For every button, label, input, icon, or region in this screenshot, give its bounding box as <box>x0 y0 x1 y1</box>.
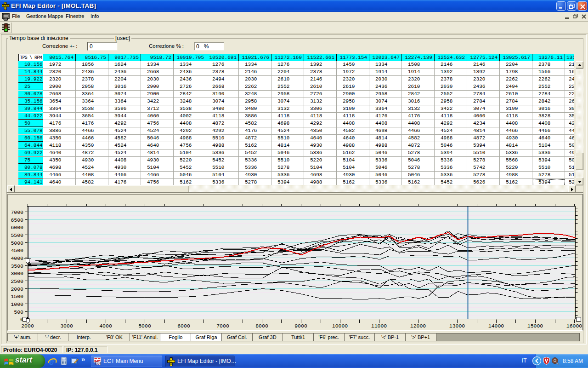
svg-text:7000: 7000 <box>216 323 229 329</box>
svg-text:2000: 2000 <box>21 323 34 329</box>
svg-text:5000: 5000 <box>11 240 23 246</box>
svg-text:2000: 2000 <box>11 286 23 292</box>
svg-text:7000: 7000 <box>11 209 23 215</box>
svg-text:4000: 4000 <box>11 255 23 261</box>
svg-text:4000: 4000 <box>99 323 112 329</box>
svg-text:11000: 11000 <box>371 323 387 329</box>
svg-text:2500: 2500 <box>11 278 23 284</box>
svg-text:5000: 5000 <box>138 323 151 329</box>
svg-text:12000: 12000 <box>410 323 426 329</box>
svg-text:10000: 10000 <box>332 323 348 329</box>
svg-text:6500: 6500 <box>11 217 23 223</box>
svg-text:1000: 1000 <box>11 301 23 307</box>
svg-text:6000: 6000 <box>177 323 190 329</box>
svg-text:3000: 3000 <box>11 270 23 276</box>
svg-text:13000: 13000 <box>449 323 465 329</box>
svg-text:3500: 3500 <box>11 263 23 269</box>
svg-text:5500: 5500 <box>11 232 23 238</box>
svg-text:15000: 15000 <box>527 323 543 329</box>
svg-text:ECT: ECT <box>96 362 101 365</box>
svg-text:16000: 16000 <box>566 323 582 329</box>
svg-text:8000: 8000 <box>255 323 268 329</box>
svg-text:6000: 6000 <box>11 224 23 230</box>
svg-text:500: 500 <box>14 309 23 315</box>
svg-text:14000: 14000 <box>488 323 504 329</box>
svg-text:1500: 1500 <box>11 293 23 299</box>
svg-text:4500: 4500 <box>11 247 23 253</box>
svg-text:9000: 9000 <box>294 323 307 329</box>
svg-text:3000: 3000 <box>60 323 73 329</box>
